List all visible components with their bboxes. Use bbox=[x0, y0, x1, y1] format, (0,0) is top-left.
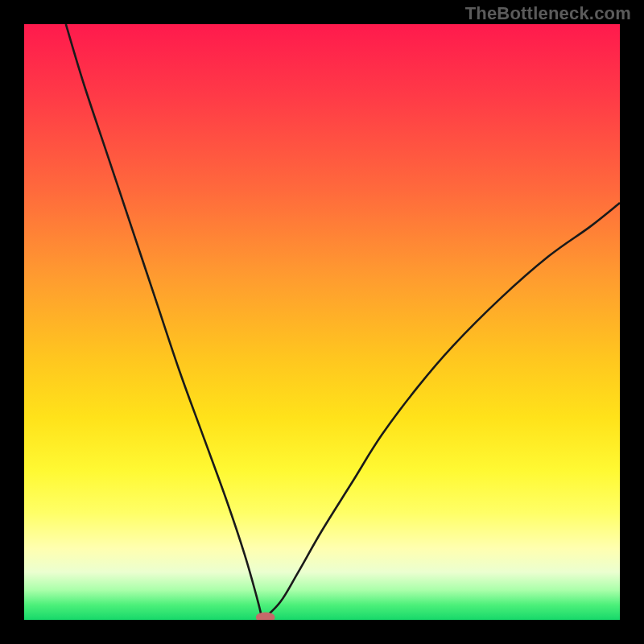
curve-right-branch bbox=[262, 203, 620, 620]
curve-svg bbox=[24, 24, 620, 620]
plot-area bbox=[24, 24, 620, 620]
minimum-marker bbox=[256, 612, 275, 620]
watermark-text: TheBottleneck.com bbox=[465, 3, 631, 24]
chart-frame: TheBottleneck.com bbox=[0, 0, 644, 644]
curve-left-branch bbox=[66, 24, 262, 620]
